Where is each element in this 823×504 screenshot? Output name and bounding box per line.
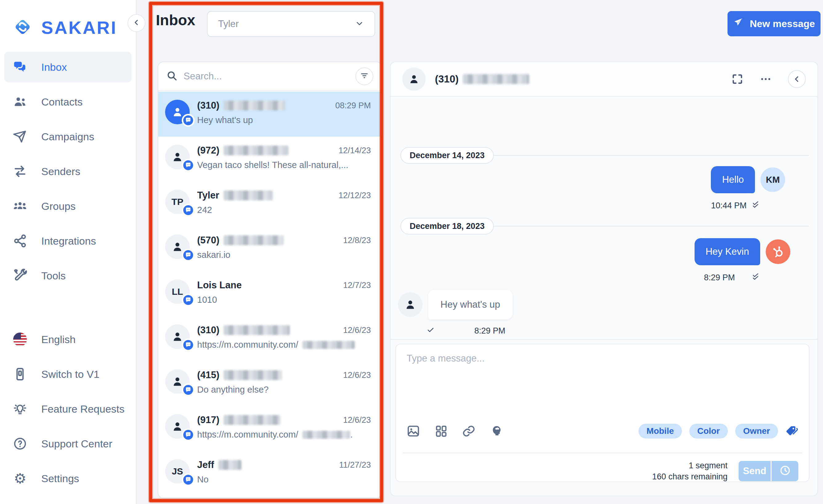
conversation-time: 12/6/23 <box>343 370 371 380</box>
sidebar-item-switch-v1[interactable]: Switch to V1 <box>4 359 132 390</box>
sakari-logo-icon <box>12 17 33 38</box>
conversation-item[interactable]: TP Tyler 242 12/12/23 <box>158 182 381 226</box>
sidebar-item-integrations[interactable]: Integrations <box>4 226 132 256</box>
conversation-item[interactable]: (972) Vegan taco shells! These all-natur… <box>158 137 381 182</box>
date-divider-line <box>483 155 809 156</box>
conversation-preview: Hey what's up <box>197 115 370 125</box>
attach-image-icon[interactable] <box>406 424 420 438</box>
conversation-time: 12/6/23 <box>343 416 371 425</box>
avatar-initials: TP <box>172 197 183 207</box>
sms-channel-badge-icon <box>182 114 195 127</box>
message-bubble: Hey Kevin <box>694 238 760 265</box>
help-circle-icon <box>13 437 27 451</box>
message-bubble: Hey what's up <box>428 290 512 319</box>
conversation-preview: https://m.community.com/ <box>197 340 298 350</box>
conversation-item[interactable]: (310) https://m.community.com/ 12/6/23 <box>158 316 381 361</box>
sidebar-item-language[interactable]: English <box>4 324 132 355</box>
conversation-preview: Vegan taco shells! These all-natural,... <box>197 160 370 170</box>
sidebar-item-label: Groups <box>41 200 76 212</box>
filter-button[interactable] <box>355 67 373 85</box>
conversation-time: 12/12/23 <box>338 191 371 200</box>
conversation-list-panel: (310) Hey what's up 08:29 PM (972) Vegan… <box>158 61 382 498</box>
conversation-time: 12/6/23 <box>343 325 371 335</box>
tag-pill[interactable]: Mobile <box>639 424 682 439</box>
conversation-item[interactable]: (570) sakari.io 12/8/23 <box>158 226 381 271</box>
redacted-name <box>223 191 273 200</box>
conversation-preview: No <box>197 475 370 485</box>
sms-channel-badge-icon <box>182 384 195 396</box>
conversation-preview: 1010 <box>197 295 370 305</box>
link-icon[interactable] <box>462 424 476 438</box>
chevron-left-icon <box>132 18 141 28</box>
thread-panel: (310) December 14, 2023 Hello KM 10:44 P… <box>390 61 818 496</box>
sidebar-item-settings[interactable]: ⚙ Settings <box>4 463 132 494</box>
sidebar-item-inbox[interactable]: Inbox <box>4 52 132 82</box>
sidebar-item-label: Integrations <box>41 235 96 247</box>
conversation-item-partial[interactable]: 11/3/23 <box>158 496 381 498</box>
expand-icon[interactable] <box>731 73 744 85</box>
sidebar-item-feature-requests[interactable]: Feature Requests <box>4 394 132 424</box>
redacted-name <box>218 460 241 470</box>
schedule-send-button[interactable] <box>771 461 798 481</box>
tag-pill[interactable]: Owner <box>735 424 778 439</box>
conversation-item[interactable]: LL Lois Lane 1010 12/7/23 <box>158 271 381 316</box>
sidebar-item-label: Switch to V1 <box>41 368 100 380</box>
sidebar-item-support[interactable]: Support Center <box>4 428 132 459</box>
conversation-item[interactable]: (415) Do anything else? 12/6/23 <box>158 361 381 406</box>
sidebar-item-tools[interactable]: Tools <box>4 260 132 291</box>
conversation-time: 12/14/23 <box>338 146 371 156</box>
sidebar-item-senders[interactable]: Senders <box>4 156 132 187</box>
conversation-time: 08:29 PM <box>335 101 371 110</box>
conversation-preview: 242 <box>197 205 370 215</box>
conversation-item[interactable]: (917) https://m.community.com/. 12/6/23 <box>158 406 381 451</box>
avatar-initials: LL <box>172 286 183 297</box>
date-divider-line <box>483 226 809 226</box>
sidebar-item-contacts[interactable]: Contacts <box>4 86 132 117</box>
conversation-preview: https://m.community.com/ <box>197 430 298 440</box>
sidebar-nav: Inbox Contacts Campaigns Senders Groups <box>0 52 136 295</box>
clock-icon <box>779 465 791 478</box>
avatar <box>165 369 190 394</box>
search-row <box>158 62 381 91</box>
double-check-icon <box>751 272 760 283</box>
avatar <box>165 234 190 259</box>
conversation-time: 11/27/23 <box>339 460 371 470</box>
tags-icon[interactable] <box>785 425 798 438</box>
conversation-item[interactable]: (310) Hey what's up 08:29 PM <box>158 92 381 137</box>
conversation-preview: Do anything else? <box>197 385 370 395</box>
search-input[interactable] <box>184 71 349 82</box>
sidebar-collapse-button[interactable] <box>128 14 145 32</box>
send-button[interactable]: Send <box>738 461 771 481</box>
tag-pill[interactable]: Color <box>689 424 728 439</box>
compose-footer-divider <box>402 453 803 453</box>
inbound-message: Hey what's up 8:29 PM <box>398 290 512 336</box>
more-options-icon[interactable] <box>760 73 772 85</box>
ai-assistant-icon[interactable] <box>490 424 503 438</box>
thread-contact-name: (310) <box>435 73 459 85</box>
compose-divider <box>390 339 817 340</box>
segment-count: 1 segment <box>652 460 727 471</box>
redacted-phone <box>463 74 529 84</box>
sender-avatar: KM <box>761 167 785 192</box>
new-message-button[interactable]: New message <box>727 11 821 36</box>
sidebar-item-label: Inbox <box>41 61 67 73</box>
conversation-item[interactable]: JS Jeff No 11/27/23 <box>158 451 381 496</box>
avatar: JS <box>165 459 190 484</box>
collapse-details-button[interactable] <box>788 70 806 88</box>
mailbox-select[interactable]: Tyler <box>207 11 375 37</box>
avatar: LL <box>165 279 190 304</box>
sidebar-item-campaigns[interactable]: Campaigns <box>4 121 132 152</box>
sidebar-item-label: Campaigns <box>41 131 94 143</box>
paper-plane-icon <box>13 130 27 144</box>
sidebar-item-label: Feature Requests <box>41 403 125 415</box>
sidebar-item-label: Tools <box>41 270 65 282</box>
message-input[interactable] <box>406 353 684 399</box>
conversation-name: Tyler <box>197 190 219 201</box>
templates-icon[interactable] <box>434 424 448 438</box>
sidebar-item-groups[interactable]: Groups <box>4 191 132 222</box>
conversation-name: (917) <box>197 415 219 425</box>
mailbox-select-value: Tyler <box>218 18 239 29</box>
date-divider: December 14, 2023 <box>400 147 494 164</box>
gear-icon: ⚙ <box>13 471 27 486</box>
redacted-phone <box>223 235 284 245</box>
